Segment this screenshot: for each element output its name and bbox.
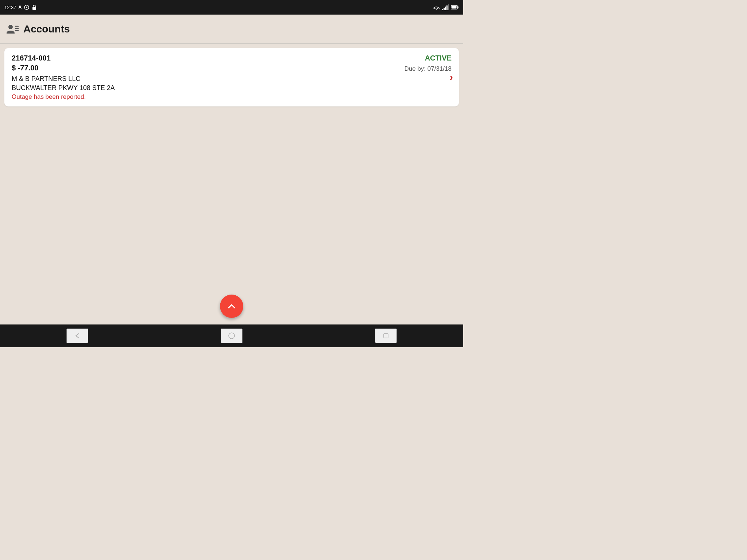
svg-rect-3 — [442, 9, 443, 10]
svg-rect-10 — [458, 7, 459, 8]
svg-rect-2 — [32, 7, 36, 10]
lock-icon — [32, 4, 37, 10]
signal-icon — [442, 4, 449, 10]
account-balance: $ -77.00 — [12, 64, 38, 72]
notification-circle-icon — [24, 4, 30, 10]
account-address: BUCKWALTER PKWY 108 STE 2A — [12, 84, 452, 92]
wifi-icon — [433, 5, 440, 10]
nav-back-button[interactable] — [66, 328, 88, 343]
svg-point-1 — [26, 7, 27, 8]
account-balance-row: $ -77.00 Due by: 07/31/18 — [12, 64, 452, 74]
svg-rect-5 — [445, 7, 446, 10]
svg-point-15 — [229, 333, 235, 339]
main-content: 216714-001 ACTIVE $ -77.00 Due by: 07/31… — [0, 44, 463, 111]
svg-rect-9 — [452, 6, 457, 9]
a-notification-icon: A — [19, 5, 22, 10]
accounts-icon — [6, 23, 19, 36]
account-outage-message: Outage has been reported. — [12, 93, 452, 101]
app-header: Accounts — [0, 15, 463, 44]
chevron-up-icon — [227, 301, 237, 311]
nav-bar — [0, 324, 463, 347]
svg-rect-7 — [448, 4, 449, 10]
account-card[interactable]: 216714-001 ACTIVE $ -77.00 Due by: 07/31… — [4, 48, 459, 106]
svg-rect-4 — [444, 8, 445, 10]
account-number: 216714-001 — [12, 54, 51, 62]
status-time: 12:37 — [4, 5, 16, 10]
nav-recents-button[interactable] — [375, 328, 397, 343]
status-bar-right — [433, 4, 459, 10]
svg-rect-6 — [446, 5, 448, 10]
svg-rect-16 — [384, 334, 388, 338]
account-header-row: 216714-001 ACTIVE — [12, 54, 452, 62]
status-bar-left: 12:37 A — [4, 4, 37, 10]
home-circle-icon — [228, 332, 235, 339]
chevron-right-icon: › — [450, 71, 453, 83]
account-company-name: M & B PARTNERS LLC — [12, 75, 452, 83]
status-bar: 12:37 A — [0, 0, 463, 15]
account-due-date: Due by: 07/31/18 — [404, 65, 452, 73]
nav-home-button[interactable] — [221, 328, 243, 343]
page-title: Accounts — [23, 23, 70, 35]
fab-scroll-up-button[interactable] — [220, 295, 243, 318]
back-icon — [74, 332, 81, 339]
battery-icon — [451, 5, 459, 10]
svg-point-11 — [8, 25, 13, 29]
account-status-badge: ACTIVE — [425, 54, 452, 62]
recents-icon — [383, 333, 389, 339]
